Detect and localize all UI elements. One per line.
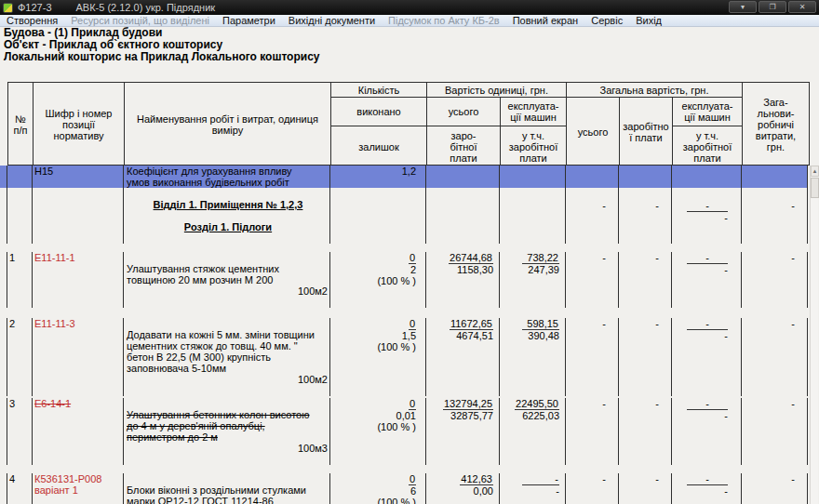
col-header-name: Найменування робіт і витрат, одиниця вим…	[125, 83, 331, 166]
position-row[interactable]: 3 Е6-14-1 Улаштування бетонних колон вис…	[0, 398, 808, 473]
col-header-uc-mach-salary: у т.ч. заробітної плати	[501, 126, 567, 166]
col-header-total-cost: Загальна вартість, грн.	[567, 83, 743, 98]
section-header-row[interactable]: Відділ 1. Приміщення № 1,2,3 Розділ 1. П…	[0, 188, 808, 252]
row-overhead: -	[742, 398, 808, 465]
vertical-scrollbar[interactable]: ▲	[810, 166, 818, 504]
scroll-up-icon[interactable]: ▲	[811, 166, 819, 177]
section-titles: Відділ 1. Приміщення № 1,2,3 Розділ 1. П…	[124, 188, 330, 244]
col-header-tc-mach: експлуата- ції машин	[673, 98, 743, 126]
row-total-cost: -	[566, 318, 619, 396]
menu-item[interactable]: Повний екран	[506, 15, 585, 26]
row-unit-cost-total: 132794,25 32875,77	[426, 398, 500, 465]
position-row[interactable]: 4 К536131-Р008 варіант 1 Блоки віконні з…	[0, 473, 808, 504]
row-name-cell: Додавати на кожні 5 мм. зміни товщини це…	[124, 318, 330, 396]
col-header-num: № п/п	[8, 83, 34, 166]
row-total-cost: -	[566, 252, 619, 308]
minimize-button[interactable]: ▾	[729, 1, 757, 13]
section-mach: - -	[672, 188, 742, 244]
section-part: Розділ 1. Підлоги	[127, 221, 329, 232]
row-total-salary: -	[619, 318, 672, 396]
table-header: № п/п Шифр і номер позиції нормативу Най…	[7, 82, 810, 166]
row-unit: 100м2	[127, 374, 329, 385]
col-header-tc-total: усього	[567, 98, 620, 166]
row-unit-cost-total: 412,63 0,00	[426, 473, 500, 504]
scrollbar-thumb[interactable]	[811, 178, 819, 198]
menu-item[interactable]: Вихідні документи	[282, 15, 382, 26]
app-logo-icon	[3, 3, 13, 13]
col-header-uc-total: усього	[427, 98, 501, 126]
row-code: К536131-Р008 варіант 1	[33, 473, 124, 504]
row-total-mach: - -	[672, 398, 742, 465]
row-name: Улаштування бетонних колон висотою до 4 …	[127, 409, 309, 443]
menu-item[interactable]: Вихід	[629, 15, 668, 26]
section-overhead: -	[742, 188, 808, 244]
selected-coefficient-row[interactable]: Н15 Коефіцієнт для урахування впливу умо…	[0, 166, 808, 188]
section-total: -	[566, 188, 619, 244]
row-name-cell: Блоки віконні з роздільними стулками мар…	[124, 473, 330, 504]
row-name: Блоки віконні з роздільними стулками мар…	[127, 484, 306, 504]
row-unit-cost-mach: 738,22 247,39	[500, 252, 566, 308]
menu-item[interactable]: Створення	[0, 15, 64, 26]
row-name-cell: Улаштування бетонних колон висотою до 4 …	[124, 398, 330, 465]
restore-button[interactable]: ❐	[759, 1, 786, 13]
row-unit-cost-mach: 598,15 390,48	[500, 318, 566, 396]
row-unit-cost-mach: 22495,50 6225,03	[500, 398, 566, 465]
estimate-title: Локальний кошторис на Приклад Локального…	[4, 51, 320, 63]
row-code: Е11-11-3	[33, 318, 124, 396]
row-unit: 100м3	[127, 443, 329, 454]
section-salary: -	[619, 188, 672, 244]
title-bar: Ф127-3 АВК-5 (2.12.0) укр. Підрядник ▾ ❐…	[0, 0, 819, 15]
row-name-cell: Улаштування стяжок цементних товщиною 20…	[124, 252, 330, 308]
menu-item[interactable]: Підсумок по Акту КБ-2в	[382, 15, 506, 26]
menu-item[interactable]: Параметри	[216, 15, 282, 26]
row-code: Е11-11-1	[33, 252, 124, 308]
close-button[interactable]: ✕	[788, 1, 816, 13]
row-overhead: -	[742, 473, 808, 504]
row-total-cost: -	[566, 398, 619, 465]
row-overhead: -	[742, 252, 808, 308]
row-total-mach: - -	[672, 318, 742, 396]
row-number: 1	[7, 252, 33, 308]
row-total-salary: -	[619, 252, 672, 308]
col-header-uc-salary: заро- бітної плати	[427, 126, 501, 166]
col-header-qty-rest: залишок	[331, 126, 427, 166]
row-name: Додавати на кожні 5 мм. зміни товщини це…	[127, 329, 315, 374]
menu-item[interactable]: Сервіс	[584, 15, 629, 26]
document-code: Ф127-3	[18, 2, 52, 13]
col-header-tc-salary: заробітно ї плати	[620, 98, 673, 166]
document-header: Будова - (1) Приклад будови Об'єкт - При…	[4, 27, 320, 63]
row-total-mach: - -	[672, 252, 742, 308]
row-unit-cost-mach: - -	[500, 473, 566, 504]
col-header-qty: Кількість	[331, 83, 427, 98]
position-rows: 1 Е11-11-1 Улаштування стяжок цементних …	[0, 252, 808, 504]
row-unit-cost-total: 26744,68 1158,30	[426, 252, 500, 308]
coeff-value: 1,2	[330, 166, 426, 188]
row-name: Улаштування стяжок цементних товщиною 20…	[127, 263, 279, 285]
coeff-name: Коефіцієнт для урахування впливу умов ви…	[124, 166, 330, 188]
section-division: Відділ 1. Приміщення № 1,2,3	[127, 199, 329, 210]
row-overhead: -	[742, 318, 808, 396]
col-header-unit-cost: Вартість одиниці, грн.	[427, 83, 567, 98]
coeff-code: Н15	[33, 166, 124, 188]
col-header-code: Шифр і номер позиції нормативу	[34, 83, 125, 166]
row-total-salary: -	[619, 398, 672, 465]
row-number: 2	[7, 318, 33, 396]
row-total-cost: -	[566, 473, 619, 504]
row-quantity: 0 6 (100 % )	[330, 473, 426, 504]
table-body: Н15 Коефіцієнт для урахування впливу умо…	[0, 166, 808, 504]
row-number: 3	[7, 398, 33, 465]
col-header-qty-done: виконано	[331, 98, 427, 126]
row-unit-cost-total: 11672,65 4674,51	[426, 318, 500, 396]
position-row[interactable]: 1 Е11-11-1 Улаштування стяжок цементних …	[0, 252, 808, 318]
menu-item[interactable]: Ресурси позицій, що виділені	[64, 15, 216, 26]
avk5-window: Ф127-3 АВК-5 (2.12.0) укр. Підрядник ▾ ❐…	[0, 0, 819, 504]
col-header-tc-mach-salary: у т.ч. заробітної плати	[673, 126, 743, 166]
row-quantity: 0 1,5 (100 % )	[330, 318, 426, 396]
col-header-uc-mach: експлуата- ції машин	[501, 98, 567, 126]
row-total-mach: - -	[672, 473, 742, 504]
row-unit: 100м2	[127, 285, 329, 297]
col-header-overhead: Зага- льнови- робничі витрати, грн.	[743, 83, 809, 166]
position-row[interactable]: 2 Е11-11-3 Додавати на кожні 5 мм. зміни…	[0, 318, 808, 398]
row-code: Е6-14-1	[33, 398, 124, 465]
row-total-salary: -	[619, 473, 672, 504]
